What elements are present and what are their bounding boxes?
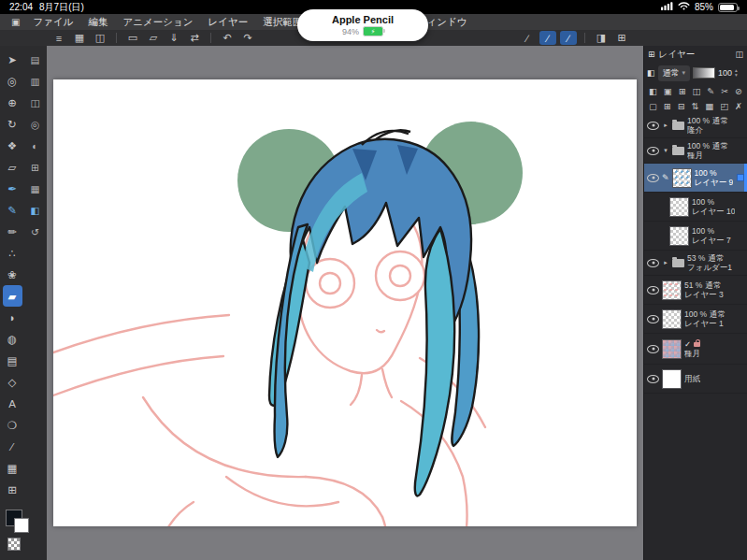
workspace-button[interactable]: ▦: [71, 31, 88, 45]
new-raster-layer-icon[interactable]: ▢: [649, 101, 657, 111]
eye-toggle[interactable]: [647, 315, 659, 323]
layer-color-tag[interactable]: [737, 174, 744, 181]
grid-button[interactable]: ⊞: [613, 31, 630, 45]
canvas[interactable]: [53, 79, 637, 526]
palette-color-set[interactable]: ⊞: [26, 156, 45, 178]
palette-brush-size[interactable]: ◎: [26, 113, 45, 135]
sub-color-swatch[interactable]: [14, 518, 29, 533]
folder-icon: [672, 147, 684, 155]
app-icon[interactable]: ▣: [6, 17, 25, 27]
opacity-value[interactable]: 100: [718, 68, 732, 78]
transparent-color-icon[interactable]: [7, 538, 21, 551]
pen-icon: ✒: [7, 182, 17, 195]
palette-tool-property[interactable]: ◫: [26, 92, 45, 113]
transform-button[interactable]: ⇄: [186, 31, 203, 45]
enable-mask-icon[interactable]: ◫: [693, 86, 701, 96]
export-button[interactable]: ⇓: [165, 31, 182, 45]
palette-sub-tool[interactable]: ▥: [26, 70, 45, 92]
eye-toggle[interactable]: [647, 174, 659, 182]
tool-airbrush[interactable]: ∴: [3, 242, 22, 264]
layer-row[interactable]: 100 % レイヤー 7: [644, 222, 747, 251]
layer-row[interactable]: ▾ 100 %通常 種月: [644, 138, 747, 164]
stroke-polyline-button[interactable]: ∕: [560, 31, 577, 45]
layer-row-selected[interactable]: ✎ 100 % レイヤー 9: [644, 164, 747, 193]
layers-panel-header: ⊞ レイヤー ◫: [644, 46, 747, 63]
layer-row[interactable]: ▸ 100 %通常 隆介: [644, 113, 747, 138]
blend-mode-select[interactable]: 通常 ▾: [658, 65, 691, 81]
tool-text[interactable]: A: [3, 393, 22, 414]
menu-item-file[interactable]: ファイル: [25, 16, 80, 29]
transform-icon: ⇄: [190, 32, 198, 44]
folder-button[interactable]: ▱: [145, 31, 162, 45]
layer-name: レイヤー 10: [692, 207, 735, 216]
stroke-curve-button[interactable]: ∕: [539, 31, 556, 45]
layer-thumbnail: [662, 369, 682, 389]
clip-below-icon[interactable]: ◧: [649, 86, 657, 96]
main-menu-button[interactable]: ≡: [50, 31, 67, 45]
menu-item-edit[interactable]: 編集: [80, 16, 115, 29]
undo-button[interactable]: ↶: [219, 31, 236, 45]
tool-move-layer[interactable]: ❖: [3, 135, 22, 156]
tool-move-view[interactable]: ⊕: [3, 92, 22, 113]
tool-correction[interactable]: ⊞: [3, 479, 22, 500]
palette-color-slider[interactable]: ▦: [26, 178, 45, 199]
tool-brush[interactable]: ✏: [3, 221, 22, 242]
palette-color-mixing[interactable]: ◧: [26, 199, 45, 221]
tool-eraser[interactable]: ▰: [3, 285, 22, 307]
panel-toggle-button[interactable]: ◨: [593, 31, 610, 45]
chevron-right-icon[interactable]: ▸: [662, 122, 669, 129]
tool-zoom[interactable]: ◎: [3, 70, 22, 92]
chevron-down-icon[interactable]: ▾: [662, 147, 669, 154]
layer-row[interactable]: 100 %通常 レイヤー 1: [644, 305, 747, 334]
eye-icon: [647, 315, 659, 323]
tool-ruler[interactable]: ∕: [3, 436, 22, 457]
layer-row[interactable]: ✓ 種月: [644, 334, 747, 365]
eye-toggle[interactable]: [647, 259, 659, 267]
tool-gradient[interactable]: ▤: [3, 350, 22, 371]
ruler-toggle-icon[interactable]: ✂: [721, 86, 728, 96]
layer-row[interactable]: 51 %通常 レイヤー 3: [644, 276, 747, 305]
layer-color-icon[interactable]: ⊘: [735, 86, 742, 96]
eye-toggle[interactable]: [647, 375, 659, 383]
draft-layer-icon[interactable]: ✎: [707, 86, 714, 96]
new-vector-layer-icon[interactable]: ⊞: [664, 101, 671, 111]
layer-mask-icon[interactable]: ◰: [720, 101, 728, 111]
eye-toggle[interactable]: [647, 345, 659, 353]
menu-item-layer[interactable]: レイヤー: [200, 16, 255, 29]
menu-item-animation[interactable]: アニメーション: [115, 16, 200, 29]
opacity-slider[interactable]: [693, 67, 715, 79]
merge-down-icon[interactable]: ▦: [705, 101, 713, 111]
opacity-stepper[interactable]: ▴▾: [735, 68, 738, 79]
tool-blend[interactable]: ◗: [3, 307, 22, 328]
tool-rotate-view[interactable]: ↻: [3, 113, 22, 135]
tool-pen[interactable]: ✒: [3, 178, 22, 199]
marquee-button[interactable]: ▭: [124, 31, 141, 45]
tool-pencil[interactable]: ✎: [3, 199, 22, 221]
panel-dock-icon[interactable]: ◫: [735, 50, 743, 59]
eye-toggle[interactable]: [647, 147, 659, 155]
layer-row[interactable]: 用紙: [644, 365, 747, 394]
lock-transparency-icon[interactable]: ⊞: [679, 86, 686, 96]
tool-frame[interactable]: ▦: [3, 457, 22, 479]
tool-fill[interactable]: ◍: [3, 328, 22, 350]
tool-operation[interactable]: ➤: [3, 49, 22, 70]
lock-layer-icon[interactable]: ▣: [664, 86, 672, 96]
layer-row[interactable]: 100 % レイヤー 10: [644, 193, 747, 222]
tool-figure[interactable]: ◇: [3, 371, 22, 393]
chevron-right-icon[interactable]: ▸: [662, 259, 669, 266]
tool-decoration[interactable]: ❀: [3, 264, 22, 285]
eye-toggle[interactable]: [647, 286, 659, 294]
redo-button[interactable]: ↷: [239, 31, 256, 45]
eye-toggle[interactable]: [647, 122, 659, 130]
tool-balloon[interactable]: ❍: [3, 414, 22, 436]
palette-color-wheel[interactable]: ◐: [26, 135, 45, 156]
layer-row[interactable]: ▸ 53 %通常 フォルダー1: [644, 251, 747, 276]
palette-history[interactable]: ↺: [26, 221, 45, 242]
pages-button[interactable]: ◫: [92, 31, 108, 45]
stroke-straight-button[interactable]: ∕: [519, 31, 536, 45]
new-folder-icon[interactable]: ⊟: [678, 101, 685, 111]
delete-layer-icon[interactable]: ✗: [735, 101, 742, 111]
palette-quick-access[interactable]: ▤: [26, 49, 45, 70]
transfer-down-icon[interactable]: ⇅: [692, 101, 699, 111]
tool-selection[interactable]: ▱: [3, 156, 22, 178]
